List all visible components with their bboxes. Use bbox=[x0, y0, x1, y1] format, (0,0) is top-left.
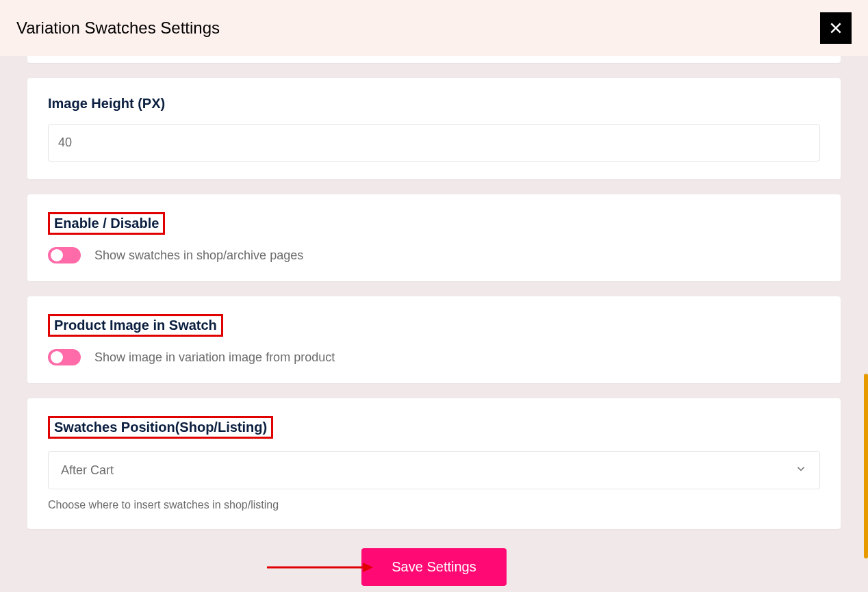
product-image-label: Product Image in Swatch bbox=[54, 318, 217, 333]
previous-card-edge bbox=[27, 56, 841, 63]
close-button[interactable] bbox=[820, 12, 852, 44]
chevron-down-icon bbox=[795, 463, 807, 478]
toggle-knob bbox=[51, 351, 63, 363]
swatches-position-value: After Cart bbox=[61, 463, 114, 478]
settings-content: Image Height (PX) Enable / Disable Show … bbox=[0, 56, 868, 586]
enable-disable-card: Enable / Disable Show swatches in shop/a… bbox=[27, 194, 841, 281]
footer: Save Settings bbox=[27, 548, 841, 586]
highlight-enable-disable: Enable / Disable bbox=[48, 212, 165, 235]
swatches-position-help: Choose where to insert swatches in shop/… bbox=[48, 499, 820, 511]
swatches-position-card: Swatches Position(Shop/Listing) After Ca… bbox=[27, 398, 841, 529]
image-height-input[interactable] bbox=[48, 124, 820, 162]
arrow-annotation bbox=[267, 561, 373, 574]
enable-disable-toggle-row: Show swatches in shop/archive pages bbox=[48, 247, 820, 263]
enable-shop-toggle-label: Show swatches in shop/archive pages bbox=[94, 248, 303, 263]
image-height-label: Image Height (PX) bbox=[48, 96, 165, 112]
highlight-product-image: Product Image in Swatch bbox=[48, 314, 223, 337]
modal-header: Variation Swatches Settings bbox=[0, 0, 868, 56]
product-image-toggle-row: Show image in variation image from produ… bbox=[48, 349, 820, 365]
swatches-position-select[interactable]: After Cart bbox=[48, 451, 820, 489]
save-settings-button[interactable]: Save Settings bbox=[361, 548, 506, 586]
close-icon bbox=[829, 21, 843, 35]
highlight-swatches-position: Swatches Position(Shop/Listing) bbox=[48, 416, 273, 439]
product-image-toggle-label: Show image in variation image from produ… bbox=[94, 350, 335, 365]
swatches-position-label: Swatches Position(Shop/Listing) bbox=[54, 420, 267, 435]
product-image-card: Product Image in Swatch Show image in va… bbox=[27, 296, 841, 383]
toggle-knob bbox=[51, 249, 63, 261]
modal-title: Variation Swatches Settings bbox=[16, 18, 220, 38]
enable-disable-label: Enable / Disable bbox=[54, 216, 159, 231]
image-height-card: Image Height (PX) bbox=[27, 78, 841, 179]
enable-shop-toggle[interactable] bbox=[48, 247, 81, 263]
scrollbar-thumb[interactable] bbox=[864, 374, 868, 558]
product-image-toggle[interactable] bbox=[48, 349, 81, 365]
